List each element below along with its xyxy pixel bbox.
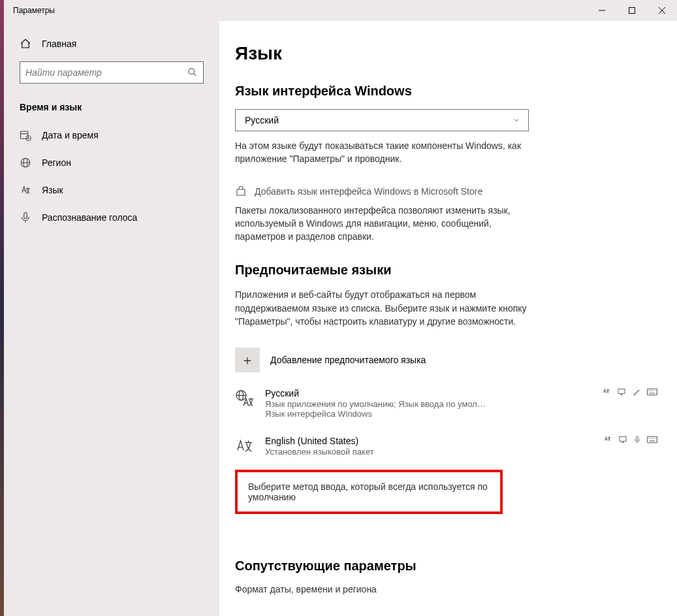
svg-rect-27: [620, 437, 626, 442]
search-field[interactable]: [25, 67, 187, 78]
globe-icon: [20, 157, 31, 169]
display-icon: [617, 388, 626, 396]
chevron-down-icon: [512, 116, 520, 124]
svg-rect-6: [21, 131, 28, 138]
display-icon: [618, 436, 627, 444]
window-title: Параметры: [13, 6, 55, 15]
sidebar-item-label: Дата и время: [42, 130, 99, 140]
svg-rect-31: [648, 437, 657, 443]
language-name: English (United States): [265, 436, 358, 446]
page-title: Язык: [235, 43, 661, 64]
sidebar: Главная Время и язык Дата и время Ре: [4, 21, 219, 616]
calendar-clock-icon: [20, 129, 31, 141]
keyboard-icon: [647, 436, 657, 444]
home-icon: [20, 38, 31, 50]
store-link[interactable]: Добавить язык интерфейса Windows в Micro…: [235, 186, 661, 197]
svg-rect-21: [648, 389, 657, 395]
close-button[interactable]: [647, 0, 677, 21]
language-item-english[interactable]: English (United States) Установлен языко…: [235, 432, 661, 461]
tts-icon: [602, 388, 611, 396]
sidebar-item-speech[interactable]: Распознавание голоса: [4, 204, 219, 231]
svg-line-10: [29, 138, 30, 139]
svg-rect-1: [629, 8, 635, 14]
svg-line-5: [193, 73, 196, 76]
sidebar-item-label: Регион: [42, 157, 71, 168]
svg-rect-14: [24, 213, 27, 219]
default-input-method-link[interactable]: Выберите метод ввода, который всегда исп…: [248, 481, 490, 502]
language-glyph-icon: [235, 389, 256, 409]
store-link-label: Добавить язык интерфейса Windows в Micro…: [255, 186, 482, 197]
svg-rect-18: [618, 389, 625, 394]
display-language-description: На этом языке будут показываться такие к…: [235, 139, 535, 166]
minimize-button[interactable]: [587, 0, 617, 21]
sidebar-home-label: Главная: [42, 39, 76, 49]
store-description: Пакеты локализованного интерфейса позвол…: [235, 204, 535, 244]
preferred-languages-description: Приложения и веб-сайты будут отображатьс…: [235, 288, 535, 328]
add-language-label: Добавление предпочитаемого языка: [270, 355, 426, 365]
speech-icon: [633, 436, 641, 444]
language-subtitle2: Язык интерфейса Windows: [265, 409, 661, 419]
tts-icon: [603, 436, 612, 444]
language-feature-icons: [602, 388, 661, 396]
plus-icon: ＋: [235, 348, 260, 372]
sidebar-section-title: Время и язык: [4, 97, 219, 122]
related-settings-heading: Сопутствующие параметры: [235, 559, 661, 574]
sidebar-item-date-time[interactable]: Дата и время: [4, 122, 219, 149]
store-icon: [235, 186, 247, 197]
related-link-date-format[interactable]: Формат даты, времени и региона: [235, 584, 661, 594]
sidebar-item-label: Язык: [42, 185, 63, 195]
language-name: Русский: [265, 388, 299, 398]
add-language-button[interactable]: ＋ Добавление предпочитаемого языка: [235, 348, 661, 372]
language-icon: [20, 184, 31, 196]
preferred-languages-heading: Предпочитаемые языки: [235, 263, 661, 278]
language-item-russian[interactable]: Русский Язык приложения по умолчанию; Яз…: [235, 384, 661, 423]
default-input-method-link-highlight: Выберите метод ввода, который всегда исп…: [235, 470, 503, 514]
sidebar-item-region[interactable]: Регион: [4, 149, 219, 176]
language-subtitle: Язык приложения по умолчанию; Язык ввода…: [265, 399, 526, 409]
titlebar: Параметры: [4, 0, 677, 21]
sidebar-item-language[interactable]: Язык: [4, 176, 219, 204]
language-feature-icons: [603, 436, 661, 444]
display-language-dropdown[interactable]: Русский: [235, 109, 529, 131]
keyboard-icon: [647, 388, 657, 396]
dropdown-selected: Русский: [245, 115, 279, 125]
sidebar-item-label: Распознавание голоса: [42, 212, 137, 223]
microphone-icon: [20, 212, 31, 223]
search-icon: [187, 67, 198, 78]
display-language-heading: Язык интерфейса Windows: [235, 84, 661, 99]
svg-point-4: [189, 69, 195, 74]
language-subtitle: Установлен языковой пакет: [265, 447, 526, 457]
maximize-button[interactable]: [617, 0, 647, 21]
main-content: Язык Язык интерфейса Windows Русский На …: [219, 21, 677, 616]
language-glyph-icon: [235, 437, 256, 457]
sidebar-home[interactable]: Главная: [4, 31, 219, 56]
handwriting-icon: [632, 388, 641, 396]
search-input[interactable]: [20, 61, 204, 84]
svg-rect-30: [637, 436, 638, 440]
